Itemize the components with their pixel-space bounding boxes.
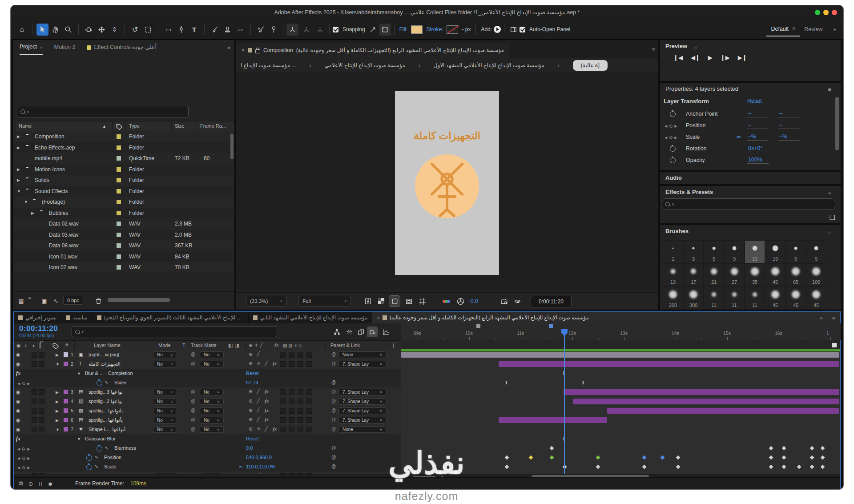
eye-icon[interactable]: ◉ (16, 408, 20, 414)
switch-box[interactable] (289, 427, 294, 432)
layer-row[interactable]: ◉▶3▤spotlig...3 نواعهاNo∨@No∨⊕╱fx@7. Sha… (14, 387, 840, 397)
expand-icon[interactable]: ▶ (56, 390, 59, 395)
lock-box[interactable] (39, 352, 44, 358)
property-value[interactable]: – (747, 110, 769, 117)
layer-row[interactable]: ◉▶5▤spotlig... بأنواعهاNo∨@No∨⊕╱fx@7. Sh… (14, 406, 840, 416)
stopwatch-icon[interactable] (670, 157, 676, 165)
type-color-chip[interactable] (117, 200, 121, 204)
layer-duration-bar[interactable] (573, 399, 839, 404)
keyframe-nav-icons[interactable]: ◀ ◇ ▶ (17, 456, 30, 460)
time-ruler[interactable]: 09s10s11s12s13s14s15s16s1 (401, 323, 841, 340)
project-columns-header[interactable]: Name ▲ Type Size Frame Ra... (13, 121, 234, 132)
switch-box[interactable] (280, 427, 286, 432)
type-color-chip[interactable] (117, 233, 121, 237)
layer-duration-bar[interactable] (499, 417, 607, 423)
type-color-chip[interactable] (117, 178, 121, 182)
project-row[interactable]: ▼Sound EffectsFolder (13, 186, 234, 197)
keyframe[interactable] (797, 465, 802, 469)
column-size[interactable]: Size (175, 123, 184, 129)
project-row[interactable]: Data 08.wavWAV367 KB (13, 240, 234, 251)
project-row[interactable]: ▶Motion IconsFolder (13, 164, 234, 175)
graph-icon[interactable]: ∿ (94, 464, 98, 469)
comp-mini-flowchart-icon[interactable] (331, 327, 342, 337)
switch-box[interactable] (298, 361, 303, 367)
switch-box[interactable] (298, 389, 303, 395)
channels-icon[interactable] (441, 296, 451, 306)
viewer-timecode[interactable]: 0:00:11:20 (531, 296, 572, 307)
interpret-footage-icon[interactable]: ▦ (15, 295, 27, 307)
project-row[interactable]: Icon 01.wavWAV84 KB (13, 251, 234, 262)
exposure-icon[interactable] (455, 296, 466, 306)
adjust-icon[interactable]: ∿ (50, 295, 62, 307)
panel-menu-icon[interactable]: ≡ (40, 40, 43, 54)
switch-box[interactable] (298, 352, 303, 358)
layer-color-chip[interactable] (64, 427, 68, 431)
expression-pickwhip-icon[interactable]: @ (331, 464, 336, 469)
layer-name[interactable]: [right-...w.png] (89, 352, 119, 357)
switch-box[interactable] (306, 399, 312, 404)
expand-icon[interactable]: ▶ (56, 399, 59, 404)
reset-button[interactable]: Reset (747, 98, 762, 104)
stroke-color-swatch[interactable] (447, 25, 458, 34)
expand-icon[interactable]: ▼ (77, 371, 81, 376)
keyframe[interactable] (642, 465, 647, 469)
link-icon[interactable]: ∞ (239, 464, 242, 469)
first-frame-button[interactable]: ❙◀ (673, 54, 683, 61)
track-matte-dropdown[interactable]: No∨ (200, 389, 224, 395)
layer-row[interactable]: ◉▶1▣[right-...w.png]No∨@No∨⊕╱@None∨ (14, 350, 840, 360)
properties-menu-icon[interactable]: ≡ (828, 86, 831, 93)
switch-box[interactable] (298, 408, 303, 414)
type-color-chip[interactable] (117, 254, 121, 259)
brush-preset[interactable]: 21 (704, 263, 724, 286)
switch-box[interactable] (306, 427, 312, 432)
snapshot-icon[interactable] (499, 296, 509, 306)
switch-box[interactable] (298, 399, 303, 404)
expand-icon[interactable]: ▶ (56, 409, 59, 413)
brush-preset[interactable]: 19 (765, 240, 786, 263)
minimize-button[interactable] (815, 10, 820, 15)
eye-icon[interactable]: ◉ (16, 417, 20, 423)
expand-icon[interactable]: ▼ (56, 362, 60, 367)
comp-marker-button[interactable] (832, 343, 837, 347)
previous-frame-button[interactable]: ◀❙ (691, 54, 700, 61)
current-timecode[interactable]: 0:00:11:20 (19, 324, 58, 333)
parent-dropdown[interactable]: 7. Shape Lay∨ (338, 389, 387, 395)
workspace-tab-default[interactable]: Default≡ (766, 22, 800, 36)
auto-open-panel-checkbox[interactable] (520, 27, 525, 32)
anchor-switch-icon[interactable]: ⊕ (249, 351, 253, 357)
keyframe[interactable] (504, 465, 509, 469)
brushes-menu-icon[interactable]: ≡ (828, 229, 831, 235)
layer-name[interactable]: spotlig...2 نواعها (89, 399, 123, 404)
layer-duration-bar[interactable] (499, 361, 839, 367)
brush-preset[interactable]: 45 (786, 286, 806, 310)
parent-pickwhip-icon[interactable]: @ (331, 399, 336, 403)
anchor-switch-icon[interactable]: ⊕ (249, 389, 253, 395)
slash-switch-icon[interactable]: ╱ (257, 407, 260, 413)
stopwatch-icon[interactable] (670, 111, 676, 118)
switch-box[interactable] (289, 389, 294, 395)
brush-preset[interactable]: 45 (765, 286, 786, 310)
type-color-chip[interactable] (117, 167, 121, 172)
workspace-menu-icon[interactable]: ≡ (792, 26, 795, 32)
pickwhip-icon[interactable]: @ (191, 399, 195, 403)
keyframe[interactable] (549, 456, 554, 460)
timeline-comp-tab[interactable]: تصوير إحترافي (14, 312, 61, 323)
rotate-tool[interactable]: ↺ (129, 24, 141, 36)
add-button[interactable] (494, 26, 501, 33)
expand-icon[interactable]: ▼ (24, 200, 28, 204)
parent-dropdown[interactable]: 7. Shape Lay∨ (338, 398, 387, 405)
region-of-interest-icon[interactable] (389, 296, 400, 306)
playhead[interactable] (564, 330, 565, 474)
new-composition-icon[interactable]: ▣ (38, 295, 50, 307)
lock-icon[interactable] (255, 49, 260, 53)
keyframe-nav-icons[interactable]: ◀ ◇ ▶ (17, 446, 30, 451)
t-column[interactable]: T (182, 343, 185, 348)
close-button[interactable] (832, 10, 837, 15)
snap-edges-icon[interactable] (379, 24, 391, 36)
keyframe-nav-icons[interactable]: ◀ ◇ ▶ (17, 381, 30, 386)
camera-roi-tool[interactable] (142, 24, 154, 36)
parent-pickwhip-icon[interactable]: @ (331, 427, 336, 431)
brush-preset[interactable]: 13 (663, 263, 683, 286)
layer-name-column[interactable]: Layer Name (94, 343, 121, 348)
brush-preset[interactable]: 45 (806, 286, 826, 310)
